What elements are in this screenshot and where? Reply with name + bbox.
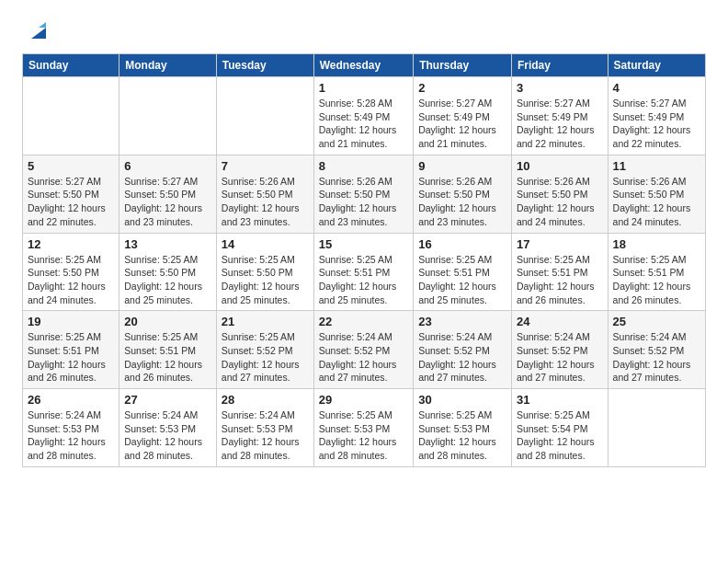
calendar-cell xyxy=(23,77,119,155)
day-info: Sunrise: 5:25 AMSunset: 5:53 PMDaylight:… xyxy=(319,408,408,463)
calendar-cell: 20Sunrise: 5:25 AMSunset: 5:51 PMDayligh… xyxy=(119,311,217,389)
calendar-cell: 23Sunrise: 5:24 AMSunset: 5:52 PMDayligh… xyxy=(414,311,512,389)
day-info: Sunrise: 5:25 AMSunset: 5:51 PMDaylight:… xyxy=(517,253,603,307)
day-info: Sunrise: 5:26 AMSunset: 5:50 PMDaylight:… xyxy=(517,175,603,229)
day-number: 16 xyxy=(418,237,506,251)
day-number: 24 xyxy=(517,315,603,328)
day-number: 6 xyxy=(124,159,211,173)
day-number: 2 xyxy=(418,81,506,95)
day-info: Sunrise: 5:25 AMSunset: 5:50 PMDaylight:… xyxy=(28,253,114,307)
day-number: 30 xyxy=(418,393,506,407)
day-info: Sunrise: 5:25 AMSunset: 5:51 PMDaylight:… xyxy=(418,253,506,307)
day-number: 8 xyxy=(319,159,408,173)
calendar-cell: 9Sunrise: 5:26 AMSunset: 5:50 PMDaylight… xyxy=(414,155,512,233)
day-number: 11 xyxy=(613,159,700,173)
calendar-header-saturday: Saturday xyxy=(608,54,705,77)
day-info: Sunrise: 5:24 AMSunset: 5:52 PMDaylight:… xyxy=(319,330,408,385)
calendar-header-row: SundayMondayTuesdayWednesdayThursdayFrid… xyxy=(23,54,706,77)
calendar-table: SundayMondayTuesdayWednesdayThursdayFrid… xyxy=(22,53,706,467)
day-number: 15 xyxy=(319,237,408,251)
day-info: Sunrise: 5:27 AMSunset: 5:50 PMDaylight:… xyxy=(28,175,114,229)
calendar-cell: 15Sunrise: 5:25 AMSunset: 5:51 PMDayligh… xyxy=(313,233,413,311)
day-number: 29 xyxy=(319,393,408,407)
day-number: 19 xyxy=(28,315,114,328)
day-info: Sunrise: 5:25 AMSunset: 5:50 PMDaylight:… xyxy=(222,253,309,307)
day-info: Sunrise: 5:26 AMSunset: 5:50 PMDaylight:… xyxy=(222,175,309,229)
calendar-cell: 25Sunrise: 5:24 AMSunset: 5:52 PMDayligh… xyxy=(608,311,705,389)
calendar-week-row: 1Sunrise: 5:28 AMSunset: 5:49 PMDaylight… xyxy=(23,77,706,155)
calendar-cell xyxy=(216,77,313,155)
day-info: Sunrise: 5:24 AMSunset: 5:53 PMDaylight:… xyxy=(222,408,309,463)
calendar-week-row: 5Sunrise: 5:27 AMSunset: 5:50 PMDaylight… xyxy=(23,155,706,233)
calendar-header-thursday: Thursday xyxy=(414,54,512,77)
calendar-header-friday: Friday xyxy=(511,54,608,77)
calendar-cell: 27Sunrise: 5:24 AMSunset: 5:53 PMDayligh… xyxy=(119,389,217,467)
calendar-cell: 6Sunrise: 5:27 AMSunset: 5:50 PMDaylight… xyxy=(119,155,217,233)
day-info: Sunrise: 5:24 AMSunset: 5:52 PMDaylight:… xyxy=(517,330,603,385)
day-info: Sunrise: 5:25 AMSunset: 5:54 PMDaylight:… xyxy=(517,408,603,463)
day-number: 4 xyxy=(613,81,700,95)
day-number: 27 xyxy=(124,393,211,407)
day-number: 7 xyxy=(222,159,309,173)
calendar-week-row: 12Sunrise: 5:25 AMSunset: 5:50 PMDayligh… xyxy=(23,233,706,311)
day-number: 14 xyxy=(222,237,309,251)
day-info: Sunrise: 5:27 AMSunset: 5:49 PMDaylight:… xyxy=(418,97,506,151)
day-info: Sunrise: 5:26 AMSunset: 5:50 PMDaylight:… xyxy=(418,175,506,229)
day-info: Sunrise: 5:24 AMSunset: 5:53 PMDaylight:… xyxy=(28,408,114,463)
day-info: Sunrise: 5:24 AMSunset: 5:52 PMDaylight:… xyxy=(418,330,506,385)
calendar-cell: 11Sunrise: 5:26 AMSunset: 5:50 PMDayligh… xyxy=(608,155,705,233)
calendar-cell: 13Sunrise: 5:25 AMSunset: 5:50 PMDayligh… xyxy=(119,233,217,311)
svg-marker-1 xyxy=(39,22,46,28)
calendar-week-row: 26Sunrise: 5:24 AMSunset: 5:53 PMDayligh… xyxy=(23,389,706,467)
calendar-header-sunday: Sunday xyxy=(23,54,119,77)
logo-icon xyxy=(26,18,51,44)
calendar-cell: 1Sunrise: 5:28 AMSunset: 5:49 PMDaylight… xyxy=(313,77,413,155)
day-info: Sunrise: 5:27 AMSunset: 5:50 PMDaylight:… xyxy=(124,175,211,229)
day-info: Sunrise: 5:26 AMSunset: 5:50 PMDaylight:… xyxy=(613,175,700,229)
calendar-header-wednesday: Wednesday xyxy=(313,54,413,77)
calendar-cell: 21Sunrise: 5:25 AMSunset: 5:52 PMDayligh… xyxy=(216,311,313,389)
calendar-cell: 30Sunrise: 5:25 AMSunset: 5:53 PMDayligh… xyxy=(414,389,512,467)
calendar-cell: 12Sunrise: 5:25 AMSunset: 5:50 PMDayligh… xyxy=(23,233,119,311)
calendar-cell: 17Sunrise: 5:25 AMSunset: 5:51 PMDayligh… xyxy=(511,233,608,311)
day-info: Sunrise: 5:24 AMSunset: 5:53 PMDaylight:… xyxy=(124,408,211,463)
day-info: Sunrise: 5:25 AMSunset: 5:51 PMDaylight:… xyxy=(613,253,700,307)
calendar-cell: 14Sunrise: 5:25 AMSunset: 5:50 PMDayligh… xyxy=(216,233,313,311)
svg-marker-0 xyxy=(31,28,46,39)
day-info: Sunrise: 5:28 AMSunset: 5:49 PMDaylight:… xyxy=(319,97,408,151)
day-info: Sunrise: 5:25 AMSunset: 5:51 PMDaylight:… xyxy=(124,330,211,385)
day-number: 25 xyxy=(613,315,700,328)
day-info: Sunrise: 5:25 AMSunset: 5:52 PMDaylight:… xyxy=(222,330,309,385)
calendar-cell: 10Sunrise: 5:26 AMSunset: 5:50 PMDayligh… xyxy=(511,155,608,233)
day-number: 3 xyxy=(517,81,603,95)
day-info: Sunrise: 5:27 AMSunset: 5:49 PMDaylight:… xyxy=(517,97,603,151)
day-number: 10 xyxy=(517,159,603,173)
calendar-cell xyxy=(119,77,217,155)
page: SundayMondayTuesdayWednesdayThursdayFrid… xyxy=(0,0,728,482)
day-number: 31 xyxy=(517,393,603,407)
calendar-cell: 28Sunrise: 5:24 AMSunset: 5:53 PMDayligh… xyxy=(216,389,313,467)
calendar-cell: 8Sunrise: 5:26 AMSunset: 5:50 PMDaylight… xyxy=(313,155,413,233)
day-info: Sunrise: 5:25 AMSunset: 5:50 PMDaylight:… xyxy=(124,253,211,307)
day-number: 1 xyxy=(319,81,408,95)
calendar-cell: 16Sunrise: 5:25 AMSunset: 5:51 PMDayligh… xyxy=(414,233,512,311)
day-number: 26 xyxy=(28,393,114,407)
day-info: Sunrise: 5:25 AMSunset: 5:53 PMDaylight:… xyxy=(418,408,506,463)
day-info: Sunrise: 5:24 AMSunset: 5:52 PMDaylight:… xyxy=(613,330,700,385)
calendar-header-monday: Monday xyxy=(119,54,217,77)
day-number: 12 xyxy=(28,237,114,251)
day-number: 13 xyxy=(124,237,211,251)
calendar-week-row: 19Sunrise: 5:25 AMSunset: 5:51 PMDayligh… xyxy=(23,311,706,389)
day-number: 20 xyxy=(124,315,211,328)
day-number: 23 xyxy=(418,315,506,328)
day-number: 5 xyxy=(28,159,114,173)
logo xyxy=(22,18,51,44)
calendar-cell: 22Sunrise: 5:24 AMSunset: 5:52 PMDayligh… xyxy=(313,311,413,389)
day-number: 18 xyxy=(613,237,700,251)
calendar-cell: 2Sunrise: 5:27 AMSunset: 5:49 PMDaylight… xyxy=(414,77,512,155)
day-number: 9 xyxy=(418,159,506,173)
day-number: 22 xyxy=(319,315,408,328)
day-number: 28 xyxy=(222,393,309,407)
day-info: Sunrise: 5:25 AMSunset: 5:51 PMDaylight:… xyxy=(28,330,114,385)
calendar-cell: 24Sunrise: 5:24 AMSunset: 5:52 PMDayligh… xyxy=(511,311,608,389)
